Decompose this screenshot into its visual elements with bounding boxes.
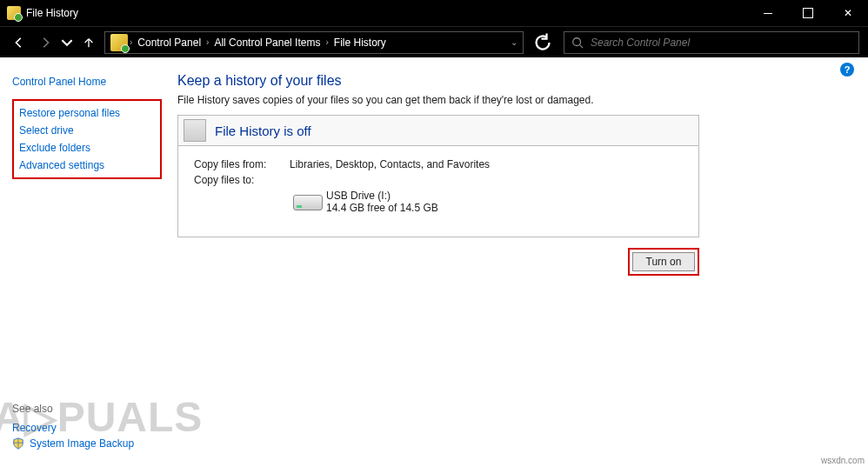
sidebar-link-select-drive[interactable]: Select drive bbox=[19, 122, 155, 139]
breadcrumb-item[interactable]: All Control Panel Items bbox=[210, 37, 324, 49]
copy-from-value: Libraries, Desktop, Contacts, and Favori… bbox=[290, 158, 490, 170]
search-input[interactable] bbox=[591, 37, 851, 49]
refresh-button[interactable] bbox=[532, 32, 553, 53]
see-also: See also Recovery System Image Backup bbox=[12, 403, 134, 451]
svg-line-1 bbox=[580, 44, 584, 48]
see-also-recovery[interactable]: Recovery bbox=[12, 420, 134, 436]
titlebar: File History ✕ bbox=[0, 0, 868, 26]
maximize-button[interactable] bbox=[788, 0, 828, 26]
window-controls: ✕ bbox=[748, 0, 868, 26]
svg-point-0 bbox=[573, 37, 581, 45]
status-body: Copy files from: Libraries, Desktop, Con… bbox=[178, 146, 698, 237]
breadcrumb-bar[interactable]: › Control Panel › All Control Panel Item… bbox=[104, 31, 524, 54]
close-button[interactable]: ✕ bbox=[828, 0, 868, 26]
content-area: Control Panel Home Restore personal file… bbox=[0, 57, 868, 467]
shield-icon bbox=[12, 437, 24, 450]
navbar: › Control Panel › All Control Panel Item… bbox=[0, 26, 868, 57]
turn-on-highlight: Turn on bbox=[628, 248, 699, 276]
status-box: File History is off Copy files from: Lib… bbox=[177, 115, 699, 237]
file-history-icon bbox=[110, 34, 128, 51]
drive-icon bbox=[290, 195, 326, 214]
sidebar-link-exclude-folders[interactable]: Exclude folders bbox=[19, 139, 155, 157]
page-description: File History saves copies of your files … bbox=[177, 94, 865, 106]
recent-dropdown[interactable] bbox=[61, 32, 73, 53]
sidebar-links-highlight: Restore personal files Select drive Excl… bbox=[12, 99, 162, 179]
breadcrumb-item[interactable]: File History bbox=[331, 37, 390, 49]
address-dropdown-icon[interactable]: ⌄ bbox=[511, 37, 517, 47]
forward-button[interactable] bbox=[35, 32, 56, 53]
chevron-right-icon[interactable]: › bbox=[206, 37, 209, 47]
status-header: File History is off bbox=[178, 116, 698, 146]
window-title: File History bbox=[26, 7, 78, 19]
search-icon bbox=[571, 37, 584, 49]
see-also-heading: See also bbox=[12, 403, 134, 415]
status-title: File History is off bbox=[215, 123, 311, 138]
status-icon bbox=[184, 119, 206, 142]
copy-to-label: Copy files to: bbox=[194, 174, 290, 186]
sidebar-link-restore[interactable]: Restore personal files bbox=[19, 104, 155, 122]
help-icon[interactable]: ? bbox=[840, 63, 854, 77]
page-title: Keep a history of your files bbox=[177, 73, 865, 89]
source-label: wsxdn.com bbox=[821, 456, 865, 465]
back-button[interactable] bbox=[9, 32, 30, 53]
sidebar-link-advanced-settings[interactable]: Advanced settings bbox=[19, 157, 155, 174]
see-also-system-image-backup[interactable]: System Image Backup bbox=[12, 436, 134, 451]
main-panel: ? Keep a history of your files File Hist… bbox=[174, 57, 868, 467]
chevron-right-icon[interactable]: › bbox=[325, 37, 328, 47]
drive-space: 14.4 GB free of 14.5 GB bbox=[326, 202, 438, 214]
drive-name: USB Drive (I:) bbox=[326, 190, 438, 202]
up-button[interactable] bbox=[78, 32, 99, 53]
control-panel-home-link[interactable]: Control Panel Home bbox=[12, 73, 162, 90]
chevron-right-icon[interactable]: › bbox=[130, 37, 132, 47]
breadcrumb-item[interactable]: Control Panel bbox=[134, 37, 204, 49]
minimize-button[interactable] bbox=[748, 0, 788, 26]
file-history-icon bbox=[7, 6, 21, 20]
turn-on-button[interactable]: Turn on bbox=[632, 252, 695, 271]
copy-from-label: Copy files from: bbox=[194, 158, 290, 170]
search-box[interactable] bbox=[564, 31, 859, 54]
